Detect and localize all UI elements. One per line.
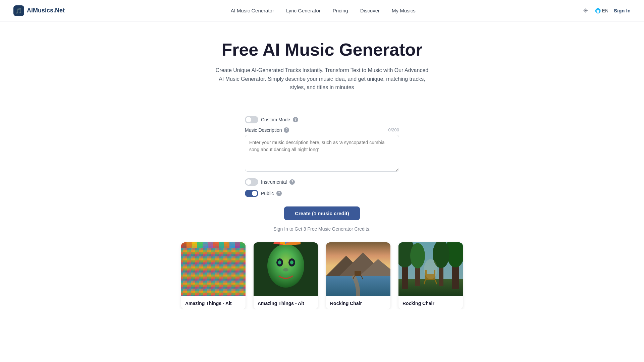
gallery-section: Amazing Things - Alt (0, 232, 644, 309)
svg-rect-11 (181, 242, 246, 296)
svg-rect-23 (240, 242, 246, 248)
svg-rect-22 (235, 242, 240, 248)
svg-rect-17 (208, 242, 213, 248)
custom-mode-toggle[interactable] (245, 116, 258, 123)
create-button[interactable]: Create (1 music credit) (284, 206, 360, 220)
gallery-card-4[interactable]: Rocking Chair (398, 242, 463, 309)
theme-toggle-button[interactable]: ☀ (582, 6, 590, 16)
svg-rect-15 (197, 242, 203, 248)
desc-header: Music Description ? 0/200 (245, 127, 399, 133)
logo-icon: 🎵 (13, 5, 24, 16)
language-button[interactable]: 🌐 EN (595, 8, 608, 13)
instrumental-help-icon[interactable]: ? (289, 179, 295, 185)
svg-point-52 (410, 243, 425, 268)
hero-section: Free AI Music Generator Create Unique AI… (0, 21, 644, 105)
svg-rect-21 (229, 242, 235, 248)
desc-label-row: Music Description ? (245, 127, 289, 133)
gallery-card-1[interactable]: Amazing Things - Alt (181, 242, 246, 309)
options-row: Instrumental ? Public ? (245, 178, 399, 197)
gallery-card-2[interactable]: Amazing Things - Alt (254, 242, 318, 309)
public-help-icon[interactable]: ? (276, 191, 282, 196)
sign-in-note: Sign In to Get 3 Free Music Generator Cr… (245, 226, 399, 232)
svg-rect-14 (192, 242, 197, 248)
svg-point-34 (290, 260, 293, 264)
custom-mode-row: Custom Mode ? (245, 116, 399, 123)
instrumental-toggle[interactable] (245, 178, 258, 186)
sign-in-button[interactable]: Sign In (614, 8, 631, 13)
header: 🎵 AlMusics.Net AI Music Generator Lyric … (0, 0, 644, 21)
nav-pricing[interactable]: Pricing (333, 8, 348, 13)
nav-ai-music-generator[interactable]: AI Music Generator (231, 8, 274, 13)
svg-rect-16 (203, 242, 208, 248)
nav-discover[interactable]: Discover (360, 8, 380, 13)
hero-title: Free AI Music Generator (7, 40, 637, 59)
svg-rect-19 (219, 242, 224, 248)
svg-point-60 (424, 259, 437, 279)
svg-point-33 (278, 260, 281, 264)
main-nav: AI Music Generator Lyric Generator Prici… (231, 8, 416, 13)
instrumental-row: Instrumental ? (245, 178, 399, 186)
brand-logo[interactable]: 🎵 AlMusics.Net (13, 5, 65, 16)
nav-lyric-generator[interactable]: Lyric Generator (286, 8, 321, 13)
desc-help-icon[interactable]: ? (284, 127, 289, 133)
public-label: Public (261, 191, 274, 196)
gallery-card-3[interactable]: Rocking Chair (326, 242, 390, 309)
gallery-card-img-4 (398, 242, 463, 296)
gallery-card-label-2: Amazing Things - Alt (254, 297, 318, 309)
gallery-card-img-1 (181, 242, 246, 296)
svg-line-30 (286, 243, 301, 244)
theme-icon: ☀ (583, 7, 588, 14)
svg-rect-41 (355, 271, 361, 276)
svg-point-25 (267, 244, 304, 288)
svg-rect-18 (213, 242, 219, 248)
svg-rect-20 (224, 242, 229, 248)
svg-point-35 (283, 268, 288, 272)
gallery-card-label-3: Rocking Chair (326, 297, 390, 309)
hero-subtitle: Create Unique AI-Generated Tracks Instan… (215, 66, 429, 92)
gallery-card-label-4: Rocking Chair (398, 297, 463, 309)
custom-mode-help-icon[interactable]: ? (293, 117, 298, 122)
public-row: Public ? (245, 190, 399, 197)
nav-my-musics[interactable]: My Musics (392, 8, 416, 13)
desc-counter: 0/200 (388, 127, 399, 132)
svg-text:🎵: 🎵 (15, 8, 22, 14)
music-description-input[interactable] (245, 135, 399, 172)
instrumental-label: Instrumental (261, 179, 287, 185)
gallery-card-img-2 (254, 242, 318, 296)
header-right: ☀ 🌐 EN Sign In (582, 6, 631, 16)
public-toggle[interactable] (245, 190, 258, 197)
lang-label: EN (602, 8, 608, 13)
gallery-card-label-1: Amazing Things - Alt (181, 297, 246, 309)
brand-name: AlMusics.Net (27, 7, 65, 14)
desc-label-text: Music Description (245, 127, 282, 133)
svg-rect-13 (186, 242, 192, 248)
music-form: Custom Mode ? Music Description ? 0/200 … (238, 116, 406, 232)
svg-rect-12 (181, 242, 186, 248)
gallery-card-img-3 (326, 242, 390, 296)
custom-mode-label: Custom Mode (261, 117, 290, 122)
globe-icon: 🌐 (595, 8, 601, 13)
